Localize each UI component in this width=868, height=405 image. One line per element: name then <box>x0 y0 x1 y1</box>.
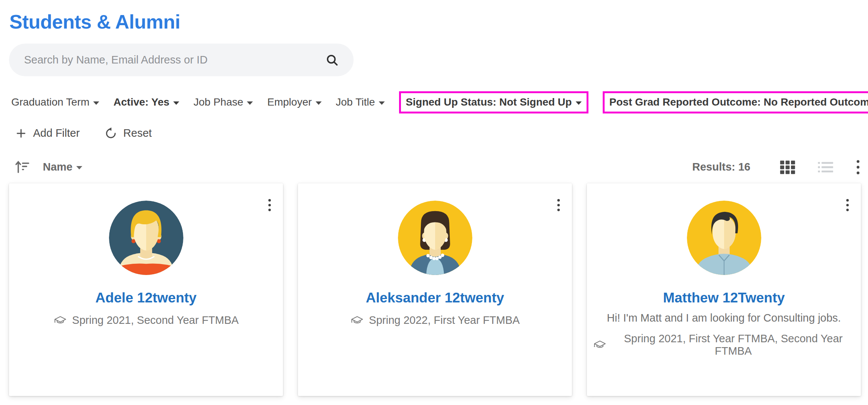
plus-icon <box>15 127 27 139</box>
results-count: Results: 16 <box>692 161 750 173</box>
sort-by-name[interactable]: Name <box>43 161 82 173</box>
graduation-cap-icon <box>53 315 67 325</box>
list-view-icon <box>817 161 834 174</box>
filter-label: Employer <box>267 97 312 108</box>
kebab-menu-icon <box>845 198 850 212</box>
filter-label: Signed Up Status: Not Signed Up <box>406 97 572 108</box>
filter-graduation-term[interactable]: Graduation Term <box>11 97 99 108</box>
reset-filters-button[interactable]: Reset <box>104 127 152 140</box>
education-info: Spring 2021, Second Year FTMBA <box>47 314 245 326</box>
sort-by-label: Name <box>43 161 73 173</box>
sort-ascending-icon <box>14 159 29 175</box>
chevron-down-icon <box>76 166 82 169</box>
education-info: Spring 2021, First Year FTMBA, Second Ye… <box>587 332 861 357</box>
kebab-menu-icon <box>556 198 561 212</box>
page-title: Students & Alumni <box>9 11 868 33</box>
filter-signed-up-status-highlighted[interactable]: Signed Up Status: Not Signed Up <box>399 91 588 113</box>
add-filter-label: Add Filter <box>33 127 80 139</box>
student-bio: Hi! I'm Matt and I am looking for Consul… <box>599 312 848 324</box>
filter-label: Post Grad Reported Outcome: No Reported … <box>609 97 868 108</box>
filter-job-title[interactable]: Job Title <box>336 97 385 108</box>
kebab-menu-icon <box>856 159 860 175</box>
chevron-down-icon <box>93 101 99 105</box>
search-bar <box>9 44 354 76</box>
add-filter-button[interactable]: Add Filter <box>15 127 80 139</box>
search-icon <box>325 53 339 67</box>
card-more-options-button[interactable] <box>556 198 561 212</box>
list-view-button[interactable] <box>817 161 834 174</box>
kebab-menu-icon <box>268 198 272 212</box>
filter-active[interactable]: Active: Yes <box>113 97 179 108</box>
filter-label: Active: Yes <box>113 97 169 108</box>
student-name-link[interactable]: Matthew 12Twenty <box>663 290 785 306</box>
student-card: Adele 12twenty Spring 2021, Second Year … <box>9 183 283 396</box>
filter-employer[interactable]: Employer <box>267 97 321 108</box>
search-input[interactable] <box>24 54 325 66</box>
graduation-cap-icon <box>593 340 607 350</box>
chevron-down-icon <box>247 101 253 105</box>
results-toolbar: Name Results: 16 <box>14 159 860 175</box>
education-info: Spring 2022, First Year FTMBA <box>344 314 526 326</box>
card-more-options-button[interactable] <box>268 198 272 212</box>
filter-actions: Add Filter Reset <box>15 127 868 140</box>
chevron-down-icon <box>173 101 179 105</box>
student-name-link[interactable]: Adele 12twenty <box>95 290 197 306</box>
avatar[interactable] <box>398 201 472 275</box>
grid-view-button[interactable] <box>780 160 795 174</box>
reset-icon <box>104 127 117 140</box>
student-card-grid: Adele 12twenty Spring 2021, Second Year … <box>0 183 868 396</box>
chevron-down-icon <box>576 101 582 105</box>
filter-bar: Graduation Term Active: Yes Job Phase Em… <box>11 91 868 113</box>
education-text: Spring 2021, Second Year FTMBA <box>72 314 239 326</box>
reset-label: Reset <box>123 127 152 139</box>
chevron-down-icon <box>316 101 322 105</box>
toolbar-more-options-button[interactable] <box>856 159 860 175</box>
graduation-cap-icon <box>350 315 364 325</box>
grid-view-icon <box>780 160 795 174</box>
students-alumni-page: Students & Alumni Graduation Term Active… <box>0 0 868 405</box>
filter-label: Job Title <box>336 97 375 108</box>
student-card: Aleksander 12twenty Spring 2022, First Y… <box>298 183 572 396</box>
avatar[interactable] <box>109 201 183 275</box>
avatar[interactable] <box>687 201 761 275</box>
toolbar-right: Results: 16 <box>692 159 860 175</box>
student-name-link[interactable]: Aleksander 12twenty <box>366 290 504 306</box>
education-text: Spring 2021, First Year FTMBA, Second Ye… <box>612 332 855 357</box>
filter-label: Job Phase <box>194 97 243 108</box>
filter-post-grad-outcome-highlighted[interactable]: Post Grad Reported Outcome: No Reported … <box>603 91 868 113</box>
student-card: Matthew 12Twenty Hi! I'm Matt and I am l… <box>587 183 861 396</box>
sort-control[interactable]: Name <box>14 159 82 175</box>
education-text: Spring 2022, First Year FTMBA <box>369 314 520 326</box>
filter-label: Graduation Term <box>11 97 89 108</box>
search-button[interactable] <box>325 53 339 67</box>
card-more-options-button[interactable] <box>845 198 850 212</box>
chevron-down-icon <box>379 101 385 105</box>
filter-job-phase[interactable]: Job Phase <box>194 97 253 108</box>
